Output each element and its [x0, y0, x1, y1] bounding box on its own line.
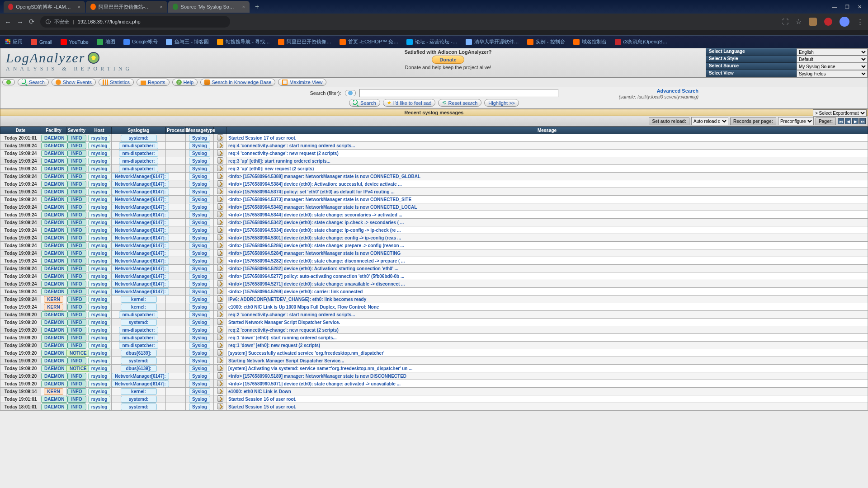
cell-message[interactable]: req:2 'connectivity-change': new request… — [226, 326, 868, 334]
detail-icon[interactable] — [217, 288, 223, 294]
syslogtag-pill[interactable]: NetworkManager[6147]: — [112, 288, 169, 295]
syslogtag-pill[interactable]: nm-dispatcher: — [119, 142, 158, 149]
severity-pill[interactable]: INFO — [67, 150, 86, 157]
detail-icon[interactable] — [217, 395, 223, 402]
syslogtag-pill[interactable]: NetworkManager[6147]: — [112, 235, 169, 241]
cell-message[interactable]: <info> [1576580964.5344] device (eth0): … — [226, 211, 868, 219]
detail-icon[interactable] — [217, 311, 223, 317]
syslogtag-pill[interactable]: systemd: — [121, 396, 157, 403]
facility-pill[interactable]: DAEMON — [41, 396, 67, 403]
cell-message[interactable]: <info> [1576580964.5342] device (eth0): … — [226, 219, 868, 226]
facility-pill[interactable]: KERN — [44, 388, 63, 395]
cell-message[interactable]: Started Session 16 of user root. — [226, 395, 868, 403]
host-pill[interactable]: rsyslog — [88, 158, 111, 164]
detail-icon[interactable] — [217, 249, 223, 256]
facility-pill[interactable]: DAEMON — [41, 227, 67, 234]
severity-pill[interactable]: INFO — [67, 173, 86, 180]
column-header[interactable]: Severity — [66, 127, 87, 134]
bookmark-item[interactable]: 阿里巴巴开资镜像… — [278, 38, 331, 45]
pager-first[interactable]: ⏮ — [838, 118, 844, 124]
messagetype-pill[interactable]: Syslog — [189, 396, 210, 403]
host-pill[interactable]: rsyslog — [88, 327, 111, 333]
syslogtag-pill[interactable]: dbus[6139]: — [121, 350, 157, 357]
cell-message[interactable]: e1000: eth0 NIC Link is Down — [226, 388, 868, 395]
severity-pill[interactable]: INFO — [67, 327, 86, 333]
facility-pill[interactable]: DAEMON — [41, 250, 67, 257]
host-pill[interactable]: rsyslog — [88, 273, 111, 280]
messagetype-pill[interactable]: Syslog — [189, 304, 210, 310]
severity-pill[interactable]: INFO — [67, 380, 86, 387]
messagetype-pill[interactable]: Syslog — [189, 135, 210, 141]
severity-pill[interactable]: INFO — [67, 342, 86, 349]
messagetype-pill[interactable]: Syslog — [189, 296, 210, 303]
host-pill[interactable]: rsyslog — [88, 350, 111, 357]
pager-prev[interactable]: ◀ — [845, 118, 851, 124]
messagetype-pill[interactable]: Syslog — [189, 250, 210, 257]
bookmark-item[interactable]: 实例 - 控制台 — [527, 38, 565, 45]
messagetype-pill[interactable]: Syslog — [189, 227, 210, 234]
reports-button[interactable]: Reports — [137, 79, 170, 86]
facility-pill[interactable]: DAEMON — [41, 350, 67, 357]
bookmark-item[interactable]: Gmail — [31, 39, 52, 45]
select-style[interactable]: Default — [797, 56, 868, 63]
browser-tab[interactable]: OpengSD的博客 -LAMP.HTTPD× — [4, 1, 85, 13]
facility-pill[interactable]: DAEMON — [41, 204, 67, 211]
host-pill[interactable]: rsyslog — [88, 296, 111, 303]
lucky-button[interactable]: ★I'd like to feel sad — [383, 99, 436, 107]
syslogtag-pill[interactable]: kernel: — [121, 304, 157, 310]
host-pill[interactable]: rsyslog — [88, 165, 111, 172]
cell-message[interactable]: req:1 'down' [eth0]: start running order… — [226, 334, 868, 342]
close-window-button[interactable]: ✕ — [858, 4, 862, 10]
export-format-select[interactable]: > Select Exportformat — [813, 109, 867, 117]
cell-message[interactable]: <info> [1576580964.5277] policy: auto-ac… — [226, 272, 868, 280]
detail-icon[interactable] — [217, 326, 223, 333]
detail-icon[interactable] — [217, 372, 223, 379]
severity-pill[interactable]: INFO — [67, 135, 86, 141]
messagetype-pill[interactable]: Syslog — [189, 173, 210, 180]
severity-pill[interactable]: INFO — [67, 142, 86, 149]
syslogtag-pill[interactable]: NetworkManager[6147]: — [112, 273, 169, 280]
host-pill[interactable]: rsyslog — [88, 357, 111, 364]
detail-icon[interactable] — [217, 280, 223, 286]
syslogtag-pill[interactable]: systemd: — [121, 135, 157, 141]
detail-icon[interactable] — [217, 303, 223, 310]
messagetype-pill[interactable]: Syslog — [189, 158, 210, 164]
facility-pill[interactable]: DAEMON — [41, 311, 67, 318]
detail-icon[interactable] — [217, 165, 223, 171]
messagetype-pill[interactable]: Syslog — [189, 334, 210, 341]
cell-message[interactable]: Started Session 17 of user root. — [226, 134, 868, 142]
syslogtag-pill[interactable]: dbus[6139]: — [121, 365, 157, 372]
messagetype-pill[interactable]: Syslog — [189, 327, 210, 333]
syslogtag-pill[interactable]: NetworkManager[6147]: — [112, 250, 169, 257]
detail-icon[interactable] — [217, 203, 223, 210]
close-tab-icon[interactable]: × — [242, 4, 245, 9]
donate-button[interactable]: Donate — [432, 56, 464, 64]
facility-pill[interactable]: DAEMON — [41, 188, 67, 195]
severity-pill[interactable]: INFO — [67, 204, 86, 211]
status-button[interactable] — [2, 79, 15, 85]
host-pill[interactable]: rsyslog — [88, 173, 111, 180]
detail-icon[interactable] — [217, 180, 223, 187]
detail-icon[interactable] — [217, 173, 223, 179]
syslogtag-pill[interactable]: nm-dispatcher: — [119, 342, 158, 349]
reset-search-button[interactable]: ⟲Reset search — [438, 99, 481, 107]
syslogtag-pill[interactable]: nm-dispatcher: — [119, 334, 158, 341]
syslogtag-pill[interactable]: NetworkManager[6147]: — [112, 204, 169, 211]
severity-pill[interactable]: INFO — [67, 196, 86, 203]
messagetype-pill[interactable]: Syslog — [189, 273, 210, 280]
host-pill[interactable]: rsyslog — [88, 135, 111, 141]
detail-icon[interactable] — [217, 257, 223, 263]
maximize-view-button[interactable]: Maximize View — [278, 79, 326, 86]
messagetype-pill[interactable]: Syslog — [189, 188, 210, 195]
cell-message[interactable]: <info> [1576580964.5388] manager: Networ… — [226, 173, 868, 180]
syslogtag-pill[interactable]: NetworkManager[6147]: — [112, 373, 169, 380]
bookmark-item[interactable]: 域名控制台 — [573, 38, 607, 45]
facility-pill[interactable]: DAEMON — [41, 242, 67, 249]
facility-pill[interactable]: KERN — [44, 304, 63, 310]
messagetype-pill[interactable]: Syslog — [189, 211, 210, 218]
bookmark-item[interactable]: 鱼与王 - 博客园 — [166, 38, 209, 45]
facility-pill[interactable]: DAEMON — [41, 342, 67, 349]
minimize-button[interactable]: — — [832, 4, 837, 10]
menu-button[interactable]: ⋮ — [857, 18, 863, 26]
severity-pill[interactable]: INFO — [67, 188, 86, 195]
